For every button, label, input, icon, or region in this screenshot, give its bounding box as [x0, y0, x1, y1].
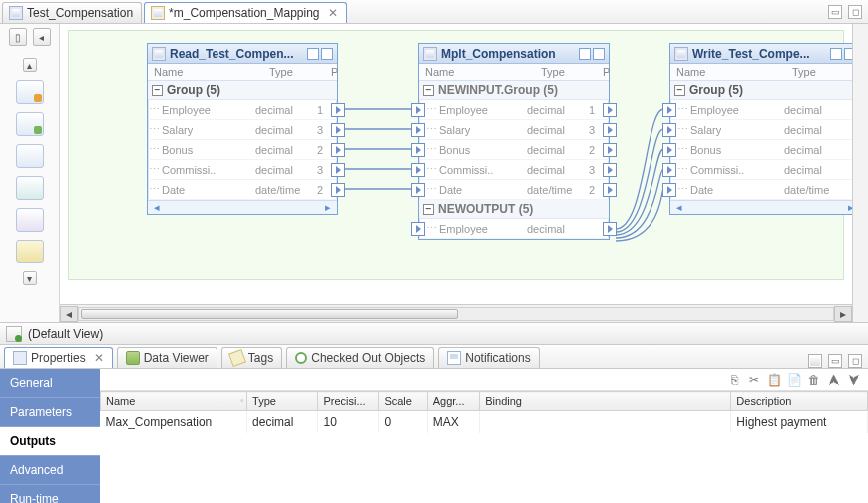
column-header[interactable]: Type	[247, 392, 318, 411]
palette-item[interactable]	[16, 144, 44, 168]
column-header[interactable]: Binding	[480, 392, 731, 411]
side-tab-run-time[interactable]: Run-time	[0, 485, 100, 503]
toggle-icon[interactable]	[830, 48, 842, 60]
palette-item[interactable]	[16, 80, 44, 104]
scroll-right-icon[interactable]: ▸	[834, 306, 852, 322]
view-label[interactable]: (Default View)	[28, 327, 103, 341]
port-row[interactable]: ⋯Employeedecimal	[419, 219, 609, 239]
port-row[interactable]: ⋯Employeedecimal	[670, 100, 852, 120]
scroll-left-icon[interactable]: ◂	[60, 306, 78, 322]
port-group[interactable]: −NEWOUTPUT (5)	[419, 200, 609, 219]
cell[interactable]: Highest payment	[731, 411, 868, 434]
view-menu-icon[interactable]	[808, 354, 822, 368]
collapse-icon[interactable]: −	[152, 85, 163, 96]
box-scrollbar[interactable]: ◂▸	[148, 200, 337, 214]
palette-item[interactable]	[16, 208, 44, 232]
editor-tab[interactable]: Test_Compensation	[2, 2, 142, 23]
port-row[interactable]: ⋯Commissi..decimal3	[419, 160, 609, 180]
palette-item[interactable]	[16, 240, 44, 263]
input-port[interactable]	[662, 143, 676, 157]
cell[interactable]: MAX	[427, 411, 480, 434]
input-port[interactable]	[411, 143, 425, 157]
transformation-title[interactable]: Write_Test_Compe...	[670, 44, 852, 64]
maximize-icon[interactable]: ◻	[848, 5, 862, 19]
output-port[interactable]	[331, 103, 345, 117]
output-port[interactable]	[331, 183, 345, 197]
side-tab-general[interactable]: General	[0, 369, 100, 398]
port-group[interactable]: −Group (5)	[148, 81, 337, 100]
minimize-icon[interactable]: ▭	[828, 354, 842, 368]
transformation-read[interactable]: Read_Test_Compen... NameTypeP−Group (5)⋯…	[147, 43, 338, 215]
palette-left-icon[interactable]: ◂	[33, 28, 51, 46]
port-group[interactable]: −NEWINPUT.Group (5)	[419, 81, 609, 100]
close-icon[interactable]: ✕	[328, 6, 338, 20]
transformation-mplt[interactable]: Mplt_Compensation NameTypeP−NEWINPUT.Gro…	[418, 43, 610, 240]
maximize-icon[interactable]	[321, 48, 333, 60]
port-row[interactable]: ⋯Commissi..decimal3	[148, 160, 337, 180]
copy-icon[interactable]: ⎘	[726, 372, 742, 388]
output-port[interactable]	[603, 222, 617, 236]
input-port[interactable]	[662, 183, 676, 197]
bottom-tab-tags[interactable]: Tags	[221, 347, 282, 368]
cut-icon[interactable]: ✂	[746, 372, 762, 388]
maximize-icon[interactable]	[844, 48, 852, 60]
add-view-icon[interactable]	[6, 326, 22, 342]
maximize-icon[interactable]	[593, 48, 605, 60]
scroll-down-icon[interactable]: ▾	[23, 271, 37, 285]
toggle-icon[interactable]	[579, 48, 591, 60]
input-port[interactable]	[411, 103, 425, 117]
box-scrollbar[interactable]: ◂▸	[670, 200, 852, 214]
delete-icon[interactable]: 🗑	[806, 372, 822, 388]
side-tab-parameters[interactable]: Parameters	[0, 398, 100, 427]
port-row[interactable]: ⋯Salarydecimal3	[148, 120, 337, 140]
side-tab-advanced[interactable]: Advanced	[0, 456, 100, 485]
port-row[interactable]: ⋯Bonusdecimal	[670, 140, 852, 160]
transformation-write[interactable]: Write_Test_Compe... NameTypeP−Group (5)⋯…	[669, 43, 852, 215]
input-port[interactable]	[662, 103, 676, 117]
table-row[interactable]: Max_Compensationdecimal100MAXHighest pay…	[101, 411, 868, 434]
port-row[interactable]: ⋯Salarydecimal3	[419, 120, 609, 140]
output-port[interactable]	[603, 183, 617, 197]
cell[interactable]: Max_Compensation	[101, 411, 247, 434]
column-header[interactable]: Description	[731, 392, 868, 411]
palette-collapse-icon[interactable]: ▯	[9, 28, 27, 46]
paste-icon[interactable]: 📋	[766, 372, 782, 388]
transformation-title[interactable]: Read_Test_Compen...	[148, 44, 337, 64]
cell[interactable]: 0	[379, 411, 427, 434]
scroll-up-icon[interactable]: ▴	[23, 58, 37, 72]
port-row[interactable]: ⋯Employeedecimal1	[148, 100, 337, 120]
column-header[interactable]: Name◦	[101, 392, 247, 411]
bottom-tab-notifications[interactable]: Notifications	[438, 347, 539, 368]
port-row[interactable]: ⋯Datedate/time2	[419, 180, 609, 200]
output-port[interactable]	[331, 163, 345, 177]
paste-special-icon[interactable]: 📄	[786, 372, 802, 388]
output-port[interactable]	[331, 143, 345, 157]
side-tab-outputs[interactable]: Outputs	[0, 427, 100, 456]
output-port[interactable]	[331, 123, 345, 137]
input-port[interactable]	[411, 163, 425, 177]
move-up-icon[interactable]: ⮝	[826, 372, 842, 388]
cell[interactable]: 10	[318, 411, 379, 434]
input-port[interactable]	[662, 163, 676, 177]
bottom-tab-checked-out-objects[interactable]: Checked Out Objects	[286, 347, 434, 368]
column-header[interactable]: Aggr...	[427, 392, 480, 411]
output-port[interactable]	[603, 163, 617, 177]
port-row[interactable]: ⋯Commissi..decimal	[670, 160, 852, 180]
cell[interactable]: decimal	[247, 411, 318, 434]
collapse-icon[interactable]: −	[423, 85, 434, 96]
port-row[interactable]: ⋯Bonusdecimal2	[148, 140, 337, 160]
input-port[interactable]	[411, 183, 425, 197]
output-port[interactable]	[603, 123, 617, 137]
column-header[interactable]: Precisi...	[318, 392, 379, 411]
column-header[interactable]: Scale	[379, 392, 427, 411]
bottom-tab-data-viewer[interactable]: Data Viewer	[117, 347, 217, 368]
close-icon[interactable]: ✕	[94, 351, 104, 365]
maximize-icon[interactable]: ◻	[848, 354, 862, 368]
collapse-icon[interactable]: −	[674, 85, 685, 96]
input-port[interactable]	[411, 222, 425, 236]
input-port[interactable]	[662, 123, 676, 137]
mapping-canvas[interactable]: Read_Test_Compen... NameTypeP−Group (5)⋯…	[60, 24, 852, 304]
output-port[interactable]	[603, 143, 617, 157]
port-row[interactable]: ⋯Datedate/time2	[148, 180, 337, 200]
cell[interactable]	[480, 411, 731, 434]
